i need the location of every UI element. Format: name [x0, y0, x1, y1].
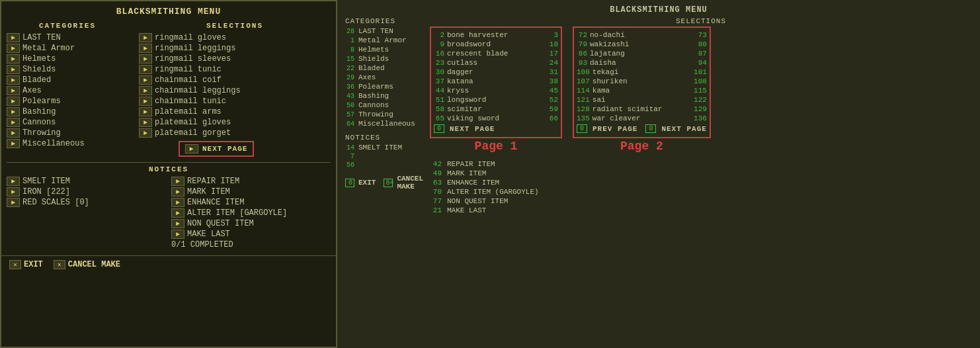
page1-row-5[interactable]: 30dagger31 [434, 67, 558, 77]
alter-item-btn[interactable]: ► ALTER ITEM [GARGOYLE] [171, 208, 331, 218]
page2-row-5[interactable]: 100tekagi101 [577, 67, 707, 77]
exit-button[interactable]: ✕ EXIT [9, 260, 43, 269]
sel-ringmail-sleeves[interactable]: ► ringmail sleeves [139, 54, 331, 64]
cancel-make-button[interactable]: ✕ CANCEL MAKE [54, 260, 120, 269]
arrow-icon-cmc: ► [139, 75, 152, 85]
page1-row-2[interactable]: 9broadsword10 [434, 40, 558, 49]
cat-miscellaneous[interactable]: ► Miscellaneous [7, 138, 128, 149]
sel-chainmail-leggings[interactable]: ► chainmail leggings [139, 85, 331, 96]
right-make-last[interactable]: 21MAKE LAST [430, 206, 539, 215]
make-last-label: MAKE LAST [187, 230, 230, 239]
arrow-icon-last-ten: ► [7, 33, 20, 42]
right-non-quest[interactable]: 77NON QUEST ITEM [430, 196, 539, 206]
arrow-icon-nonquest: ► [171, 219, 184, 228]
repair-item-btn[interactable]: ► REPAIR ITEM [171, 176, 331, 187]
cat-metal-armor[interactable]: ► Metal Armor [7, 43, 128, 54]
arrow-icon-pmg: ► [139, 118, 152, 127]
arrow-icon-rml: ► [139, 44, 152, 53]
sel-platemail-gorget[interactable]: ► platemail gorget [139, 128, 331, 138]
page2-row-4[interactable]: 93daisha94 [577, 58, 707, 67]
right-cat-helmets[interactable]: 8Helmets [345, 45, 425, 54]
smelt-item-btn[interactable]: ► SMELT ITEM [7, 176, 166, 187]
right-cat-axes[interactable]: 29Axes [345, 73, 425, 82]
cat-shields[interactable]: ► Shields [7, 64, 128, 75]
right-cat-polearms[interactable]: 36Polearms [345, 82, 425, 91]
page2-row-1[interactable]: 72no-dachi73 [577, 30, 707, 40]
page1-row-1[interactable]: 2bone harvester3 [434, 30, 558, 40]
cat-bladed[interactable]: ► Bladed [7, 75, 128, 85]
page1-row-7[interactable]: 44kryss45 [434, 86, 558, 95]
notices-header: NOTICES [7, 162, 331, 173]
page1-next-row[interactable]: 0 NEXT PAGE [434, 123, 558, 134]
arrow-icon-cml: ► [139, 86, 152, 95]
sel-platemail-gloves[interactable]: ► platemail gloves [139, 117, 331, 128]
page2-nav-row[interactable]: 0 PREV PAGE 0 NEXT PAGE [577, 123, 707, 134]
page2-row-3[interactable]: 86lajatang87 [577, 49, 707, 58]
mark-item-btn[interactable]: ► MARK ITEM [171, 187, 331, 197]
cat-polearms[interactable]: ► Polearms [7, 96, 128, 107]
page2-row-2[interactable]: 79wakizashi80 [577, 40, 707, 49]
cancel-num: 84 [384, 179, 393, 187]
sel-platemail-arms[interactable]: ► platemail arms [139, 107, 331, 117]
cat-last-ten[interactable]: ► LAST TEN [7, 32, 128, 43]
right-cat-bashing[interactable]: 43Bashing [345, 91, 425, 101]
cat-bashing[interactable]: ► Bashing [7, 107, 128, 117]
sel-ringmail-gloves[interactable]: ► ringmail gloves [139, 32, 331, 43]
right-notices-right-col: 42REPAIR ITEM 49MARK ITEM 63ENHANCE ITEM… [430, 159, 539, 215]
iron-item[interactable]: ► IRON [222] [7, 187, 166, 197]
page1-row-6[interactable]: 37katana38 [434, 77, 558, 86]
page1-row-3[interactable]: 16crescent blade17 [434, 49, 558, 58]
right-cat-metal-armor[interactable]: 1Metal Armor [345, 36, 425, 45]
page1-row-4[interactable]: 23cutlass24 [434, 58, 558, 67]
cat-throwing[interactable]: ► Throwing [7, 128, 128, 138]
arrow-icon-makelast: ► [171, 230, 184, 239]
right-enhance-item[interactable]: 63ENHANCE ITEM [430, 178, 539, 187]
red-scales-item[interactable]: ► RED SCALES [0] [7, 197, 166, 208]
cat-misc-label: Miscellaneous [22, 139, 85, 148]
sel-chainmail-tunic[interactable]: ► chainmail tunic [139, 96, 331, 107]
arrow-icon-bladed: ► [7, 75, 20, 85]
sel-ringmail-tunic[interactable]: ► ringmail tunic [139, 64, 331, 75]
next-page-button[interactable]: ► NEXT PAGE [179, 141, 254, 157]
page1-box: 2bone harvester3 9broadsword10 16crescen… [430, 26, 562, 138]
right-cat-bladed[interactable]: 22Bladed [345, 64, 425, 73]
right-cat-shields[interactable]: 15Shields [345, 54, 425, 64]
sel-ringmail-leggings-label: ringmail leggings [155, 44, 235, 53]
sel-ringmail-gloves-label: ringmail gloves [155, 33, 226, 42]
right-repair-item[interactable]: 42REPAIR ITEM [430, 159, 539, 169]
right-mark-item[interactable]: 49MARK ITEM [430, 169, 539, 178]
left-panel-title: BLACKSMITHING MENU [1, 1, 336, 19]
right-alter-item[interactable]: 70ALTER ITEM (GARGOYLE) [430, 187, 539, 196]
x-icon-cancel: ✕ [54, 260, 65, 269]
page2-prev-label: PREV PAGE [592, 125, 637, 133]
make-last-btn[interactable]: ► MAKE LAST [171, 229, 331, 239]
page2-row-9[interactable]: 128radiant scimitar129 [577, 105, 707, 114]
page1-row-10[interactable]: 65viking sword66 [434, 114, 558, 123]
right-cat-cannons[interactable]: 50Cannons [345, 101, 425, 110]
page2-container: 72no-dachi73 79wakizashi80 86lajatang87 … [573, 26, 711, 154]
right-smelt-item[interactable]: 14SMELT ITEM [345, 143, 425, 152]
right-exit-label[interactable]: EXIT [358, 179, 376, 187]
page2-row-8[interactable]: 121sai122 [577, 95, 707, 105]
arrow-icon-metal-armor: ► [7, 44, 20, 53]
page2-row-7[interactable]: 114kama115 [577, 86, 707, 95]
page1-row-9[interactable]: 58scimitar59 [434, 105, 558, 114]
sel-chainmail-coif[interactable]: ► chainmail coif [139, 75, 331, 85]
page2-row-10[interactable]: 135war cleaver136 [577, 114, 707, 123]
arrow-icon-rmg: ► [139, 33, 152, 42]
right-cat-last-ten[interactable]: 28LAST TEN [345, 26, 425, 36]
cat-helmets[interactable]: ► Helmets [7, 54, 128, 64]
cat-axes[interactable]: ► Axes [7, 85, 128, 96]
sel-ringmail-leggings[interactable]: ► ringmail leggings [139, 43, 331, 54]
page1-row-8[interactable]: 51longsword52 [434, 95, 558, 105]
cat-cannons[interactable]: ► Cannons [7, 117, 128, 128]
right-cancel-label[interactable]: CANCEL MAKE [397, 175, 425, 191]
right-cat-throwing[interactable]: 57Throwing [345, 110, 425, 119]
right-panel: BLACKSMITHING MENU CATEGORIES 28LAST TEN… [337, 0, 980, 348]
page2-row-6[interactable]: 107shuriken108 [577, 77, 707, 86]
enhance-item-btn[interactable]: ► ENHANCE ITEM [171, 197, 331, 208]
non-quest-btn[interactable]: ► NON QUEST ITEM [171, 218, 331, 229]
selections-header: SELECTIONS [139, 22, 331, 30]
enhance-item-label: ENHANCE ITEM [187, 198, 244, 207]
right-cat-misc[interactable]: 64Miscellaneous [345, 119, 425, 128]
